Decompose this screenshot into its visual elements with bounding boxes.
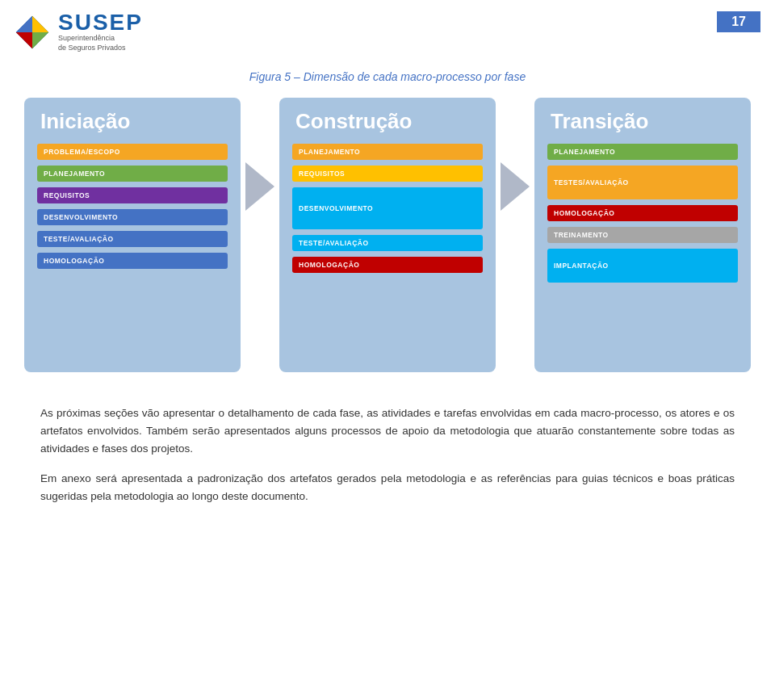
susep-logo-icon bbox=[15, 15, 50, 50]
svg-marker-2 bbox=[32, 32, 48, 48]
logo-susep-text: SUSEP bbox=[58, 11, 143, 34]
bar-planejamento-iniciacao: PLANEJAMENTO bbox=[37, 166, 228, 182]
bar-testes-transicao: TESTES/AVALIAÇÃO bbox=[547, 166, 738, 199]
phase-title-iniciacao: Iniciação bbox=[32, 109, 232, 134]
process-bars-iniciacao: PROBLEMA/ESCOPO PLANEJAMENTO REQUISITOS … bbox=[32, 144, 232, 272]
phase-title-transicao: Transição bbox=[542, 109, 743, 134]
paragraph-2: Em anexo será apresentada a padronização… bbox=[40, 470, 735, 505]
page-number: 17 bbox=[717, 11, 760, 32]
phase-column-iniciacao: Iniciação PROBLEMA/ESCOPO PLANEJAMENTO R… bbox=[24, 98, 241, 372]
logo-subtitle: Superintendência de Seguros Privados bbox=[58, 34, 143, 52]
bar-implantacao-transicao: IMPLANTAÇÃO bbox=[547, 249, 738, 283]
bar-desenvolvimento-iniciacao: DESENVOLVIMENTO bbox=[37, 209, 228, 225]
diagram-container: Iniciação PROBLEMA/ESCOPO PLANEJAMENTO R… bbox=[0, 98, 775, 372]
bar-homologacao-transicao: HOMOLOGAÇÃO bbox=[547, 205, 738, 221]
svg-marker-3 bbox=[16, 32, 32, 48]
bar-desenvolvimento-construcao: DESENVOLVIMENTO bbox=[292, 187, 483, 229]
bar-teste-construcao: TESTE/AVALIAÇÃO bbox=[292, 235, 483, 251]
bar-homologacao-iniciacao: HOMOLOGAÇÃO bbox=[37, 253, 228, 269]
bar-planejamento-transicao: PLANEJAMENTO bbox=[547, 144, 738, 160]
phase-title-construcao: Construção bbox=[287, 109, 488, 134]
bar-requisitos-construcao: REQUISITOS bbox=[292, 166, 483, 182]
bar-teste-iniciacao: TESTE/AVALIAÇÃO bbox=[37, 231, 228, 247]
text-section: As próximas seções vão apresentar o deta… bbox=[0, 396, 775, 505]
svg-marker-1 bbox=[32, 16, 48, 32]
arrow-1 bbox=[241, 162, 279, 211]
bar-planejamento-construcao: PLANEJAMENTO bbox=[292, 144, 483, 160]
phase-column-transicao: Transição PLANEJAMENTO TESTES/AVALIAÇÃO … bbox=[534, 98, 751, 372]
arrow-icon-1 bbox=[245, 162, 274, 211]
bar-problema-escopo: PROBLEMA/ESCOPO bbox=[37, 144, 228, 160]
figure-title: Figura 5 – Dimensão de cada macro-proces… bbox=[0, 70, 775, 83]
phase-box-transicao: Transição PLANEJAMENTO TESTES/AVALIAÇÃO … bbox=[534, 98, 751, 372]
process-bars-construcao: PLANEJAMENTO REQUISITOS DESENVOLVIMENTO … bbox=[287, 144, 488, 276]
phase-column-construcao: Construção PLANEJAMENTO REQUISITOS DESEN… bbox=[279, 98, 496, 372]
bar-requisitos-iniciacao: REQUISITOS bbox=[37, 187, 228, 203]
page-header: SUSEP Superintendência de Seguros Privad… bbox=[0, 0, 775, 52]
phase-box-construcao: Construção PLANEJAMENTO REQUISITOS DESEN… bbox=[279, 98, 496, 372]
svg-marker-4 bbox=[16, 16, 32, 32]
arrow-icon-2 bbox=[501, 162, 530, 211]
arrow-2 bbox=[496, 162, 534, 211]
paragraph-1: As próximas seções vão apresentar o deta… bbox=[40, 404, 735, 457]
logo-text: SUSEP Superintendência de Seguros Privad… bbox=[58, 11, 143, 52]
bar-homologacao-construcao: HOMOLOGAÇÃO bbox=[292, 257, 483, 273]
phase-box-iniciacao: Iniciação PROBLEMA/ESCOPO PLANEJAMENTO R… bbox=[24, 98, 241, 372]
logo-area: SUSEP Superintendência de Seguros Privad… bbox=[15, 11, 143, 52]
bar-treinamento-transicao: TREINAMENTO bbox=[547, 227, 738, 243]
process-bars-transicao: PLANEJAMENTO TESTES/AVALIAÇÃO HOMOLOGAÇÃ… bbox=[542, 144, 743, 286]
